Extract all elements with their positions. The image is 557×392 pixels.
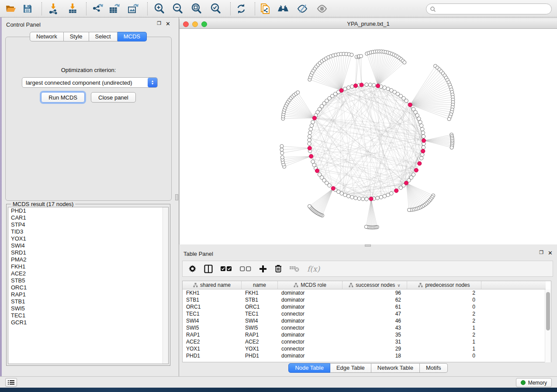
tab-network-table[interactable]: Network Table: [371, 363, 420, 373]
network-view-window: YPA_prune.txt_1: [179, 19, 557, 244]
open-file-icon[interactable]: [4, 3, 17, 15]
tab-motifs[interactable]: Motifs: [420, 363, 448, 373]
table-row[interactable]: TEC1TEC1connector472: [183, 310, 546, 317]
tab-edge-table[interactable]: Edge Table: [330, 363, 371, 373]
mcds-result-item[interactable]: PMA2: [8, 256, 168, 263]
add-column-icon[interactable]: [259, 264, 267, 274]
mcds-result-item[interactable]: GCR1: [8, 319, 168, 326]
import-network-icon[interactable]: [47, 3, 60, 15]
column-header-name[interactable]: name: [242, 281, 278, 289]
mcds-result-item[interactable]: STB1: [8, 298, 168, 305]
table-cell: 2: [407, 289, 481, 296]
show-columns-icon[interactable]: [204, 264, 213, 274]
tab-node-table[interactable]: Node Table: [288, 363, 330, 373]
delete-column-icon[interactable]: [275, 264, 282, 274]
table-settings-gear-icon[interactable]: [189, 264, 196, 274]
save-session-icon[interactable]: [21, 3, 34, 15]
float-panel-icon[interactable]: ❐: [539, 250, 543, 256]
search-network-icon[interactable]: [277, 3, 290, 15]
column-header-predecessor-nodes[interactable]: predecessor nodes: [407, 281, 481, 289]
export-image-icon[interactable]: [127, 3, 140, 15]
mcds-result-item[interactable]: STP4: [8, 221, 168, 228]
mcds-node: [309, 154, 313, 158]
table-row[interactable]: RAP1RAP1dominator352: [183, 331, 546, 338]
mcds-result-item[interactable]: TEC1: [8, 312, 168, 319]
refresh-icon[interactable]: [235, 3, 248, 15]
table-row[interactable]: SWI4SWI4dominator462: [183, 317, 546, 324]
toolbar-separator: [147, 2, 148, 15]
search-icon: [430, 6, 436, 12]
table-row[interactable]: PHD1PHD1dominator180: [183, 352, 546, 359]
table-cell: 29: [343, 345, 407, 352]
tab-style[interactable]: Style: [64, 32, 89, 41]
search-input[interactable]: [436, 5, 551, 14]
table-cell: FKH1: [183, 289, 242, 296]
network-window-titlebar[interactable]: YPA_prune.txt_1: [180, 19, 557, 29]
control-panel: Control Panel ❐ ✕ NetworkStyleSelectMCDS…: [2, 17, 175, 376]
mcds-result-item[interactable]: FKH1: [8, 263, 168, 270]
mcds-node: [404, 181, 408, 185]
zoom-fit-icon[interactable]: [190, 3, 203, 15]
close-panel-icon[interactable]: ✕: [166, 21, 170, 27]
table-cell: SWI5: [183, 324, 242, 331]
deselect-all-rows-icon[interactable]: [240, 264, 251, 274]
table-body[interactable]: FKH1FKH1dominator962STB1STB1dominator620…: [183, 289, 546, 359]
mcds-result-list[interactable]: PHD1CAR1STP4TID3YOX1SWI4SRD1PMA2FKH1ACE2…: [8, 207, 169, 364]
table-row[interactable]: STB1STB1dominator620: [183, 296, 546, 303]
export-table-icon[interactable]: [108, 3, 121, 15]
splitter-grip[interactable]: [175, 194, 178, 200]
zoom-in-icon[interactable]: [153, 3, 166, 15]
mcds-result-item[interactable]: RAP1: [8, 291, 168, 298]
close-panel-button[interactable]: Close panel: [91, 92, 136, 103]
show-panel-icon[interactable]: [315, 3, 329, 15]
mcds-result-item[interactable]: YOX1: [8, 235, 168, 242]
float-panel-icon[interactable]: ❐: [157, 21, 161, 27]
table-row[interactable]: YOX1YOX1connector291: [183, 345, 546, 352]
vertical-splitter[interactable]: [175, 17, 179, 376]
table-vertical-scrollbar[interactable]: [545, 289, 551, 362]
tab-network[interactable]: Network: [30, 32, 64, 41]
table-cell: SWI4: [183, 317, 242, 324]
column-header-successor-nodes[interactable]: successor nodes ∨: [343, 281, 407, 289]
network-canvas[interactable]: [180, 29, 557, 244]
tab-select[interactable]: Select: [89, 32, 118, 41]
attribute-type-icon: [193, 283, 198, 287]
attribute-type-icon: [349, 283, 353, 287]
mcds-result-item[interactable]: STB5: [8, 277, 168, 284]
run-mcds-button[interactable]: Run MCDS: [41, 92, 85, 103]
table-row[interactable]: SWI5SWI5connector431: [183, 324, 546, 331]
clone-network-icon[interactable]: [259, 3, 272, 15]
hide-panel-icon[interactable]: [296, 3, 309, 15]
zoom-selected-icon[interactable]: [209, 3, 222, 15]
zoom-out-icon[interactable]: [171, 3, 184, 15]
table-row[interactable]: FKH1FKH1dominator962: [183, 289, 546, 296]
table-row[interactable]: ORC1ORC1dominator610: [183, 303, 546, 310]
select-all-rows-icon[interactable]: [221, 264, 232, 274]
mcds-result-item[interactable]: SWI5: [8, 305, 168, 312]
table-toolbar: f(x): [182, 261, 553, 277]
scrollbar-thumb[interactable]: [546, 292, 550, 330]
memory-button[interactable]: Memory: [516, 378, 552, 387]
sort-menu-chevron-icon[interactable]: ∨: [397, 283, 400, 288]
export-network-icon[interactable]: [91, 3, 104, 15]
column-header-mcds-role[interactable]: MCDS role: [278, 281, 343, 289]
close-panel-icon[interactable]: ✕: [548, 250, 553, 256]
tab-mcds[interactable]: MCDS: [118, 32, 147, 41]
delete-table-icon[interactable]: [290, 264, 299, 274]
search-field[interactable]: [426, 3, 552, 14]
mcds-result-item[interactable]: SRD1: [8, 249, 168, 256]
mcds-result-item[interactable]: ACE2: [8, 270, 168, 277]
column-header-shared-name[interactable]: shared name: [183, 281, 242, 289]
mcds-result-item[interactable]: PHD1: [8, 207, 168, 214]
mcds-result-item[interactable]: SWI4: [8, 242, 168, 249]
status-menu-button[interactable]: [5, 378, 17, 387]
function-builder-icon[interactable]: f(x): [307, 264, 320, 274]
table-row[interactable]: ACE2ACE2connector311: [183, 338, 546, 345]
mcds-result-item[interactable]: CAR1: [8, 214, 168, 221]
mcds-result-item[interactable]: ORC1: [8, 284, 168, 291]
mcds-result-item[interactable]: TID3: [8, 228, 168, 235]
mcds-list-scrollbar[interactable]: [163, 207, 168, 364]
table-cell: 31: [343, 338, 407, 345]
import-table-icon[interactable]: [66, 3, 79, 15]
optimization-criterion-dropdown[interactable]: largest connected component (undirected)…: [22, 77, 158, 88]
